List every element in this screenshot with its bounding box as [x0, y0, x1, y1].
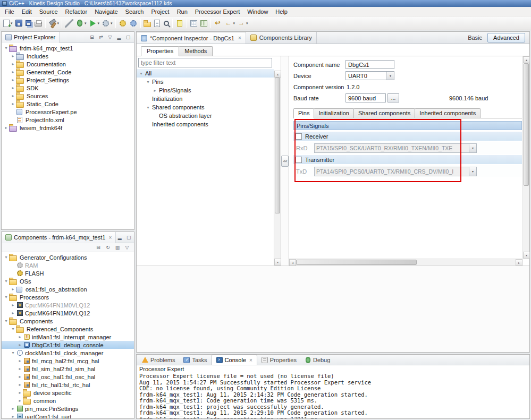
- maximize-icon[interactable]: ▢: [124, 35, 132, 40]
- component-tree-item[interactable]: ▸fsl_osc_hal1:fsl_osc_hal: [2, 373, 134, 381]
- close-tab-icon[interactable]: ×: [249, 357, 252, 363]
- expander-closed-icon[interactable]: ▸: [10, 85, 16, 90]
- component-tree-item[interactable]: ▸uartCom1:fsl_uart: [2, 413, 134, 418]
- expander-open-icon[interactable]: ▾: [145, 80, 151, 84]
- expander-open-icon[interactable]: ▾: [138, 71, 144, 76]
- view-menu-icon[interactable]: ▽: [123, 245, 131, 250]
- expander-closed-icon[interactable]: ▸: [10, 62, 16, 66]
- menu-item-file[interactable]: File: [1, 7, 18, 16]
- menu-item-source[interactable]: Source: [36, 7, 62, 16]
- component-tree-item[interactable]: ▾Referenced_Components: [2, 325, 134, 333]
- component-tree-item[interactable]: ▸Cpu:MK64FN1M0VLQ12: [2, 309, 134, 317]
- component-tree-item[interactable]: ▾Generator_Configurations: [2, 253, 134, 261]
- property-tree-item[interactable]: ▾Pins: [137, 78, 274, 86]
- menu-item-refactor[interactable]: Refactor: [62, 7, 91, 16]
- search-button[interactable]: [162, 19, 171, 28]
- expander-closed-icon[interactable]: ▸: [10, 70, 16, 74]
- maximize-icon[interactable]: ▢: [125, 235, 132, 240]
- scroll-right-button[interactable]: ▸: [516, 259, 522, 266]
- advanced-button[interactable]: Advanced: [487, 33, 525, 42]
- link-editor-icon[interactable]: ⇄: [97, 35, 105, 40]
- print-button[interactable]: [33, 19, 44, 28]
- rxd-combo[interactable]: PTA15/SPI0_SCK/UART0_RX/RMII0_TXEN/MII0_…: [314, 143, 477, 153]
- component-tree-item[interactable]: ▸device specific: [2, 389, 134, 397]
- cut-button[interactable]: [64, 18, 74, 29]
- component-tree-item[interactable]: ▸fsl_rtc_hal1:fsl_rtc_hal: [2, 381, 134, 389]
- minimize-icon[interactable]: ▂: [116, 235, 123, 240]
- menu-item-processor-expert[interactable]: Processor Expert: [191, 7, 243, 16]
- external-tools-button[interactable]: ▾: [100, 18, 114, 29]
- console-tab-tasks[interactable]: Tasks: [179, 355, 211, 365]
- expander-open-icon[interactable]: ▾: [145, 105, 151, 110]
- console-tab-properties[interactable]: Properties: [257, 355, 301, 365]
- component-tree-item[interactable]: ▸osa1:fsl_os_abstraction: [2, 285, 134, 293]
- scroll-down-button[interactable]: ▾: [274, 259, 281, 265]
- scrollbar-thumb[interactable]: [275, 78, 280, 213]
- collapse-panel-button[interactable]: <<: [281, 156, 288, 167]
- expander-closed-icon[interactable]: ▸: [10, 414, 16, 418]
- project-tree-item[interactable]: ▸Includes: [2, 52, 134, 60]
- expander-closed-icon[interactable]: ▸: [10, 101, 16, 106]
- detail-tab-shared-components[interactable]: Shared components: [353, 108, 415, 118]
- combo-dropdown-icon[interactable]: ▾: [469, 144, 476, 152]
- expander-closed-icon[interactable]: ▸: [10, 287, 16, 292]
- new-folder-button[interactable]: [142, 19, 152, 28]
- combo-dropdown-icon[interactable]: ▾: [469, 167, 476, 176]
- component-tree-item[interactable]: ▾OSs: [2, 277, 134, 285]
- expander-closed-icon[interactable]: ▸: [10, 54, 16, 58]
- expander-closed-icon[interactable]: ▸: [17, 382, 23, 387]
- expander-open-icon[interactable]: ▾: [3, 46, 9, 50]
- table-view-button[interactable]: [189, 18, 199, 29]
- expander-closed-icon[interactable]: ▸: [10, 78, 16, 82]
- collapse-all-icon[interactable]: ⊟: [95, 245, 102, 250]
- project-explorer-tab[interactable]: Project Explorer: [2, 32, 60, 43]
- expander-closed-icon[interactable]: ▸: [17, 342, 23, 347]
- detail-tab-initialization[interactable]: Initialization: [314, 108, 353, 118]
- component-tree-item[interactable]: ▾clockMan1:fsl_clock_manager: [2, 349, 134, 357]
- expander-closed-icon[interactable]: ▸: [3, 125, 9, 130]
- menu-item-window[interactable]: Window: [243, 7, 272, 16]
- expander-closed-icon[interactable]: ▸: [152, 88, 158, 93]
- view-menu-icon[interactable]: ▽: [106, 35, 114, 40]
- project-tree-item[interactable]: ProcessorExpert.pe: [2, 108, 134, 116]
- component-tree-item[interactable]: ▸intMan1:fsl_interrupt_manager: [2, 333, 134, 341]
- component-tree-item[interactable]: RAM: [2, 261, 134, 269]
- expander-closed-icon[interactable]: ▸: [10, 311, 16, 315]
- new-wizard-button[interactable]: ▾: [2, 18, 14, 29]
- save-all-button[interactable]: [24, 19, 33, 28]
- project-tree-item[interactable]: ▸Static_Code: [2, 100, 134, 108]
- project-tree-item[interactable]: ▸Documentation: [2, 60, 134, 68]
- build-all-button[interactable]: ▾: [47, 18, 61, 29]
- project-tree-item[interactable]: ▾frdm-k64_mqx_test1: [2, 44, 134, 52]
- component-name-input[interactable]: DbgCs1: [345, 60, 394, 69]
- baud-rate-input[interactable]: 9600 baud: [345, 93, 386, 102]
- expander-closed-icon[interactable]: ▸: [17, 374, 23, 379]
- collapse-all-icon[interactable]: ⊟: [88, 35, 96, 40]
- expander-open-icon[interactable]: ▾: [3, 319, 9, 323]
- expander-closed-icon[interactable]: ▸: [17, 335, 23, 339]
- debug-button[interactable]: ▾: [74, 18, 88, 28]
- close-tab-icon[interactable]: ×: [238, 35, 241, 41]
- save-button[interactable]: [14, 18, 24, 28]
- basic-button[interactable]: Basic: [466, 33, 484, 42]
- property-tree-item[interactable]: ▾Shared components: [137, 103, 274, 112]
- forward-button[interactable]: →▾: [236, 18, 249, 29]
- pins-signals-group-header[interactable]: Pins/Signals: [293, 121, 522, 130]
- expander-open-icon[interactable]: ▾: [3, 279, 9, 284]
- component-tree-item[interactable]: ▸Cpu:MK64FN1M0VLQ12: [2, 301, 134, 309]
- component-tree-item[interactable]: ▸pin_mux:PinSettings: [2, 405, 134, 413]
- menu-item-navigate[interactable]: Navigate: [91, 7, 121, 16]
- menu-item-help[interactable]: Help: [272, 7, 291, 16]
- scrollbar-track[interactable]: [296, 259, 516, 265]
- project-tree-item[interactable]: ▸Sources: [2, 92, 134, 100]
- detail-tab-pins[interactable]: Pins: [293, 108, 314, 118]
- expander-closed-icon[interactable]: ▸: [17, 366, 23, 371]
- expander-closed-icon[interactable]: ▸: [10, 93, 16, 98]
- run-button[interactable]: ▾: [88, 18, 101, 29]
- scrollbar-thumb[interactable]: [296, 260, 417, 265]
- components-library-icon[interactable]: ▥: [114, 245, 121, 250]
- scroll-down-button[interactable]: ▾: [523, 252, 530, 259]
- component-tree-item[interactable]: ▾Processors: [2, 293, 134, 301]
- scrollbar-track[interactable]: [274, 78, 281, 259]
- expander-closed-icon[interactable]: ▸: [17, 358, 23, 363]
